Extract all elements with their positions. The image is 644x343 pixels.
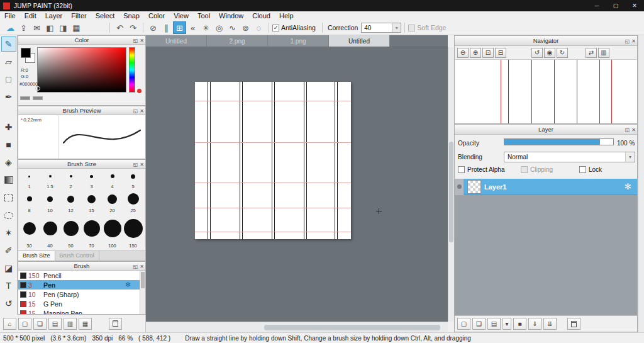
snap-parallel-button[interactable]: ∥ [160, 21, 173, 34]
snap-curve-button[interactable]: ∿ [226, 21, 239, 34]
menu-window[interactable]: Window [214, 11, 248, 21]
popout-icon[interactable]: ◱ [625, 37, 630, 46]
soft-edge-checkbox[interactable] [408, 25, 415, 31]
brush-item-g-pen[interactable]: 15 G Pen [18, 299, 140, 308]
mini-slider[interactable] [33, 96, 43, 100]
snap-off-button[interactable]: ⊘ [147, 21, 160, 34]
brush-item-pen-sharp[interactable]: 10 Pen (Sharp) [18, 290, 140, 299]
brush-size-option[interactable]: 3 [81, 169, 102, 190]
popout-icon[interactable]: ◱ [625, 125, 630, 135]
brush-size-option[interactable]: 30 [19, 214, 40, 249]
snap-grid-button[interactable]: ⊞ [173, 21, 186, 34]
vertical-scrollbar[interactable] [448, 47, 454, 322]
transfer-layer-button[interactable]: ⇓ [528, 318, 541, 330]
save-brush-button[interactable]: ▥ [64, 318, 77, 330]
clipping-checkbox[interactable] [521, 166, 528, 173]
menu-tool[interactable]: Tool [193, 11, 214, 21]
menu-cloud[interactable]: Cloud [248, 11, 275, 21]
magic-wand-tool-button[interactable]: ✶ [1, 225, 16, 240]
close-button[interactable]: ✕ [625, 0, 644, 11]
dot-pen-tool-button[interactable]: ✒ [1, 89, 16, 104]
brush-size-option[interactable]: 12 [60, 190, 81, 214]
publish-button[interactable]: ⇪ [17, 21, 30, 34]
close-icon[interactable]: ✕ [140, 160, 144, 169]
menu-file[interactable]: File [0, 11, 20, 21]
close-icon[interactable]: ✕ [140, 107, 144, 115]
brush-folder-button[interactable]: ▤ [48, 318, 62, 330]
minimize-button[interactable]: ─ [587, 0, 606, 11]
correction-select[interactable]: 40 ▾ [361, 23, 401, 33]
snap-cross-button[interactable]: ✳ [199, 21, 213, 34]
layer-row-layer1[interactable]: Layer1 ✻ [455, 179, 637, 195]
horizontal-scrollbar[interactable] [146, 322, 448, 332]
zoom-out-button[interactable]: ⊖ [457, 48, 469, 58]
saturation-value-picker[interactable] [37, 47, 126, 93]
menu-snap[interactable]: Snap [119, 11, 144, 21]
cloud-button[interactable]: ☁ [4, 21, 17, 34]
doc-tab-2png[interactable]: 2.png [207, 35, 268, 47]
popout-icon[interactable]: ◱ [133, 107, 138, 115]
bucket-tool-button[interactable]: ◈ [1, 155, 16, 170]
rotate-right-button[interactable]: ↻ [557, 48, 568, 58]
popout-icon[interactable]: ◱ [133, 160, 138, 169]
zoom-in-button[interactable]: ⊕ [470, 48, 481, 58]
select-eraser-tool-button[interactable]: ◪ [1, 261, 16, 276]
material-panel-button[interactable]: ▦ [70, 21, 83, 34]
text-tool-button[interactable]: T [1, 278, 16, 293]
close-icon[interactable]: ✕ [631, 125, 636, 135]
menu-edit[interactable]: Edit [20, 11, 41, 21]
home-button[interactable]: ⌂ [3, 318, 16, 330]
tab-brush-control[interactable]: Brush Control [55, 251, 99, 261]
reset-view-button[interactable]: ◉ [544, 48, 555, 58]
new-layer-button[interactable]: ▢ [457, 318, 470, 330]
duplicate-layer-button[interactable]: ❏ [472, 318, 486, 330]
vertical-scroll-thumb[interactable] [449, 142, 453, 242]
foreground-color-swatch[interactable] [21, 48, 31, 58]
undo-button[interactable]: ↶ [113, 21, 126, 34]
close-icon[interactable]: ✕ [140, 262, 144, 271]
brush-size-option[interactable]: 40 [40, 214, 60, 249]
tab-brush-size[interactable]: Brush Size [18, 251, 55, 261]
rotate-left-button[interactable]: ↺ [531, 48, 543, 58]
fit-window-button[interactable]: ⊡ [482, 48, 494, 58]
menu-color[interactable]: Color [144, 11, 169, 21]
brush-size-option[interactable]: 1.5 [40, 169, 60, 190]
redo-button[interactable]: ↷ [126, 21, 140, 34]
blending-select[interactable]: Normal ▾ [504, 152, 635, 162]
brush-size-option[interactable]: 25 [123, 190, 143, 214]
menu-help[interactable]: Help [275, 11, 298, 21]
navigator-preview[interactable] [455, 60, 637, 123]
layer-menu-button[interactable]: ▾ [502, 318, 511, 330]
actual-size-button[interactable]: ⊟ [495, 48, 506, 58]
brush-size-option[interactable]: 1 [19, 169, 40, 190]
pan-rotate-tool-button[interactable]: ↺ [1, 296, 16, 311]
menu-select[interactable]: Select [91, 11, 119, 21]
snap-concentric-button[interactable]: ◎ [213, 21, 226, 34]
doc-tab-untitled-2[interactable]: Untitled [329, 35, 390, 47]
select-pen-tool-button[interactable]: ✐ [1, 243, 16, 258]
pixel-grid-button[interactable]: ▥ [598, 48, 609, 58]
brush-size-option[interactable]: 5 [123, 169, 143, 190]
merge-layer-button[interactable]: ⇊ [543, 318, 557, 330]
hue-slider[interactable] [129, 47, 135, 93]
brush-list-scrollbar[interactable] [140, 271, 145, 314]
brush-size-option[interactable]: 100 [102, 214, 123, 249]
close-icon[interactable]: ✕ [140, 37, 144, 45]
comment-button[interactable]: ✉ [30, 21, 43, 34]
move-tool-button[interactable]: ✚ [1, 120, 16, 135]
brush-settings-gear-icon[interactable]: ✻ [125, 281, 131, 289]
brush-size-option[interactable]: 8 [19, 190, 40, 214]
snap-ellipse-button[interactable]: ◌ [252, 21, 265, 34]
shape-brush-tool-button[interactable]: □ [1, 72, 16, 87]
duplicate-brush-button[interactable]: ❏ [33, 318, 47, 330]
doc-tab-1png[interactable]: 1.png [268, 35, 329, 47]
brush-size-option[interactable]: 20 [102, 190, 123, 214]
brush-item-pencil[interactable]: 150 Pencil [18, 271, 140, 280]
gradient-tool-button[interactable] [1, 172, 16, 188]
snap-guide-button[interactable]: ⊚ [239, 21, 252, 34]
brush-item-mapping-pen[interactable]: 15 Mapping Pen [18, 308, 140, 315]
paste-layer-button[interactable]: ▤ [487, 318, 501, 330]
popout-icon[interactable]: ◱ [133, 262, 138, 271]
doc-tab-untitled-1[interactable]: Untitled [146, 35, 207, 47]
delete-layer-button[interactable] [567, 318, 580, 330]
